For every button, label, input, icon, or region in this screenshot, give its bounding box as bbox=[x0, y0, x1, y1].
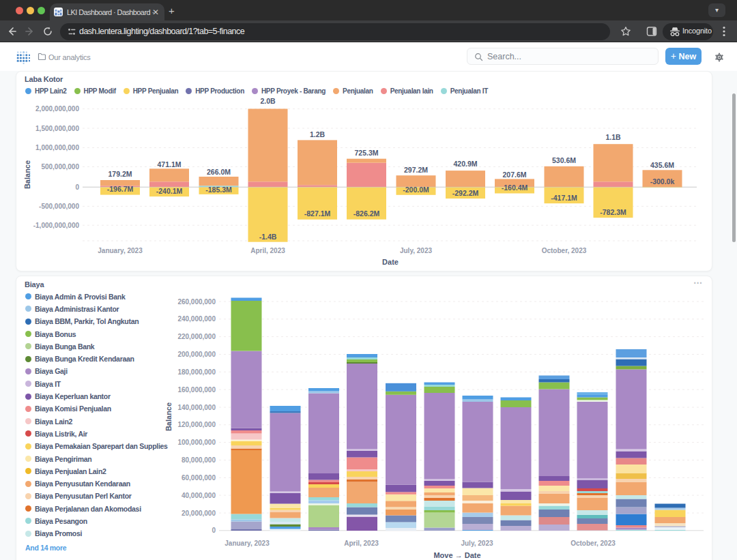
svg-text:80,000,000: 80,000,000 bbox=[182, 456, 216, 464]
svg-text:-500,000,000: -500,000,000 bbox=[39, 203, 79, 210]
svg-text:120,000,000: 120,000,000 bbox=[177, 421, 216, 428]
svg-text:220,000,000: 220,000,000 bbox=[177, 333, 216, 340]
svg-text:420.9M: 420.9M bbox=[453, 160, 477, 168]
svg-text:100,000,000: 100,000,000 bbox=[177, 439, 216, 446]
svg-text:-1,000,000,000: -1,000,000,000 bbox=[33, 222, 80, 229]
svg-text:1,500,000,000: 1,500,000,000 bbox=[35, 125, 79, 132]
svg-text:-1.4B: -1.4B bbox=[259, 233, 277, 241]
svg-text:2,000,000,000: 2,000,000,000 bbox=[35, 105, 79, 113]
svg-text:July, 2023: July, 2023 bbox=[400, 247, 433, 254]
svg-text:April, 2023: April, 2023 bbox=[250, 247, 285, 254]
svg-text:179.2M: 179.2M bbox=[108, 170, 132, 178]
svg-text:471.1M: 471.1M bbox=[157, 160, 181, 168]
svg-text:297.2M: 297.2M bbox=[404, 166, 428, 174]
svg-text:20,000,000: 20,000,000 bbox=[182, 510, 216, 517]
svg-text:500,000,000: 500,000,000 bbox=[41, 163, 79, 171]
svg-text:-417.1M: -417.1M bbox=[551, 194, 577, 202]
svg-text:January, 2023: January, 2023 bbox=[225, 540, 270, 547]
svg-text:Balance: Balance bbox=[164, 402, 173, 431]
svg-text:1.1B: 1.1B bbox=[605, 133, 621, 141]
svg-text:207.6M: 207.6M bbox=[502, 171, 526, 179]
svg-text:-196.7M: -196.7M bbox=[107, 185, 134, 193]
svg-text:1,000,000,000: 1,000,000,000 bbox=[35, 144, 79, 151]
svg-text:-185.3M: -185.3M bbox=[205, 186, 232, 194]
svg-text:1.2B: 1.2B bbox=[310, 130, 326, 138]
svg-text:240,000,000: 240,000,000 bbox=[177, 315, 216, 323]
svg-text:160,000,000: 160,000,000 bbox=[177, 386, 216, 394]
svg-text:530.6M: 530.6M bbox=[552, 156, 576, 164]
svg-text:-200.0M: -200.0M bbox=[403, 186, 429, 194]
svg-text:180,000,000: 180,000,000 bbox=[177, 368, 216, 376]
svg-text:-826.2M: -826.2M bbox=[353, 209, 380, 218]
svg-text:0: 0 bbox=[75, 183, 79, 191]
svg-text:October, 2023: October, 2023 bbox=[542, 247, 587, 254]
svg-text:60,000,000: 60,000,000 bbox=[182, 474, 216, 482]
svg-text:-782.3M: -782.3M bbox=[600, 208, 626, 216]
svg-text:0: 0 bbox=[212, 527, 216, 534]
svg-text:Move → Date: Move → Date bbox=[433, 551, 480, 559]
svg-text:266.0M: 266.0M bbox=[207, 168, 231, 176]
svg-text:January, 2023: January, 2023 bbox=[98, 247, 143, 254]
svg-text:-300.0k: -300.0k bbox=[650, 177, 675, 186]
svg-text:Date: Date bbox=[382, 258, 399, 266]
svg-text:April, 2023: April, 2023 bbox=[344, 540, 379, 547]
svg-text:260,000,000: 260,000,000 bbox=[177, 298, 216, 306]
svg-text:October, 2023: October, 2023 bbox=[570, 540, 616, 547]
svg-text:July, 2023: July, 2023 bbox=[461, 540, 493, 547]
svg-text:200,000,000: 200,000,000 bbox=[177, 351, 216, 358]
svg-text:-292.2M: -292.2M bbox=[452, 189, 479, 197]
svg-text:-827.1M: -827.1M bbox=[304, 209, 331, 218]
svg-text:40,000,000: 40,000,000 bbox=[182, 492, 216, 499]
svg-text:-240.1M: -240.1M bbox=[156, 187, 183, 195]
svg-text:2.0B: 2.0B bbox=[260, 97, 276, 105]
svg-text:725.3M: 725.3M bbox=[354, 149, 378, 157]
svg-text:Balance: Balance bbox=[23, 160, 31, 189]
svg-text:435.6M: 435.6M bbox=[650, 161, 674, 169]
svg-text:-160.4M: -160.4M bbox=[502, 183, 528, 192]
svg-text:140,000,000: 140,000,000 bbox=[177, 404, 216, 411]
